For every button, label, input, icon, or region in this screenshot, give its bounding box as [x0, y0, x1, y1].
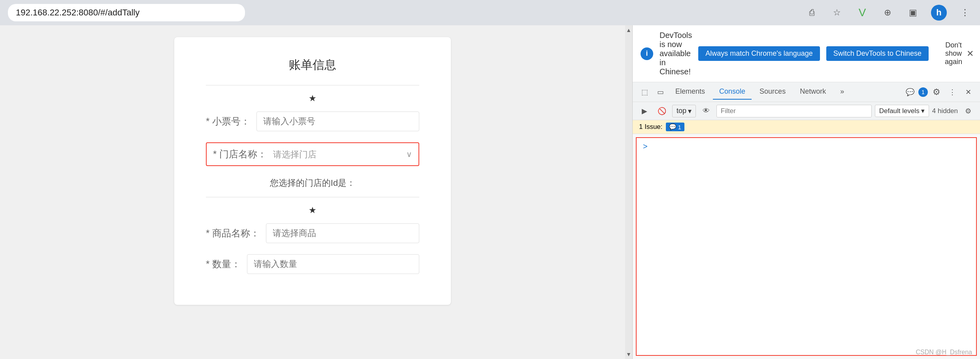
context-selector[interactable]: top ▾	[672, 105, 696, 117]
menu-icon[interactable]: ⋮	[958, 6, 972, 20]
clear-console-button[interactable]: 🚫	[655, 104, 669, 118]
tab-more[interactable]: »	[834, 84, 850, 100]
receipt-input[interactable]	[256, 111, 419, 131]
devtools-tabs-toolbar: ⬚ ▭ Elements Console Sources Network » 💬…	[633, 82, 980, 102]
quantity-row: * 数量：	[206, 254, 419, 274]
default-levels-arrow: ▾	[921, 107, 925, 115]
url-display[interactable]: 192.168.22.252:8080/#/addTally	[8, 4, 245, 21]
store-id-display: 您选择的门店的Id是：	[206, 177, 419, 189]
store-row: * 门店名称： 请选择门店 ∨	[206, 142, 419, 166]
notification-text: DevTools is now available in Chinese!	[660, 31, 692, 76]
devtools-notification: i DevTools is now available in Chinese! …	[633, 25, 980, 82]
product-row: * 商品名称：	[206, 223, 419, 243]
receipt-row: * 小票号：	[206, 111, 419, 131]
form-card: 账单信息 ★ * 小票号： * 门店名称： 请选择门店 ∨	[174, 37, 451, 305]
product-input[interactable]	[266, 223, 419, 243]
share-icon[interactable]: ⎙	[805, 6, 819, 20]
tab-sources[interactable]: Sources	[753, 84, 792, 100]
quantity-label: * 数量：	[206, 258, 241, 270]
match-language-button[interactable]: Always match Chrome's language	[698, 46, 820, 61]
issue-badge-toolbar: 1	[918, 87, 928, 97]
divider-middle	[206, 197, 419, 197]
star-icon-bottom: ★	[309, 205, 317, 215]
devtools-settings-button[interactable]: ⚙	[929, 85, 944, 99]
attribution-text: CSDN @H_Dsfrena	[916, 349, 972, 356]
console-settings-button[interactable]: ⚙	[961, 104, 975, 118]
extensions-icon[interactable]: ⊕	[880, 6, 895, 20]
divider-top	[206, 85, 419, 85]
chrome-icon: V	[855, 6, 869, 20]
address-bar: 192.168.22.252:8080/#/addTally ⎙ ☆ V ⊕ ▣…	[0, 0, 980, 25]
devtools-panel: i DevTools is now available in Chinese! …	[632, 25, 980, 359]
console-prompt: >	[637, 138, 976, 155]
split-screen-icon[interactable]: ▣	[906, 6, 920, 20]
default-levels-label: Default levels	[879, 107, 920, 115]
issue-count-badge: 💬 1	[666, 123, 684, 131]
hidden-count: 4 hidden	[932, 107, 958, 115]
devtools-more-options-button[interactable]: ⋮	[945, 85, 959, 99]
tab-network[interactable]: Network	[793, 84, 832, 100]
inspect-element-button[interactable]: ⬚	[637, 85, 652, 99]
switch-devtools-button[interactable]: Switch DevTools to Chinese	[826, 46, 929, 61]
tab-console[interactable]: Console	[713, 84, 752, 100]
context-label: top	[677, 107, 686, 115]
issue-bar: 1 Issue: 💬 1	[633, 120, 980, 134]
page-scrollbar[interactable]: ▲ ▼	[625, 25, 632, 359]
console-filter-input[interactable]	[716, 105, 872, 117]
devtools-close-button[interactable]: ✕	[961, 85, 975, 99]
profile-avatar[interactable]: h	[931, 5, 947, 21]
star-divider-top: ★	[206, 93, 419, 104]
store-select[interactable]: 请选择门店	[273, 146, 406, 162]
console-content-area[interactable]: >	[636, 137, 977, 356]
quantity-input[interactable]	[247, 254, 419, 274]
device-toolbar-button[interactable]: ▭	[653, 85, 667, 99]
tab-elements[interactable]: Elements	[669, 84, 711, 100]
info-icon: i	[641, 47, 653, 60]
scroll-up-arrow[interactable]: ▲	[626, 27, 631, 33]
store-label: * 门店名称：	[213, 148, 267, 161]
bookmark-icon[interactable]: ☆	[830, 6, 844, 20]
issue-text: 1 Issue:	[639, 123, 663, 131]
sidebar-toggle-button[interactable]: ▶	[637, 104, 652, 118]
product-label: * 商品名称：	[206, 227, 260, 240]
notification-close-button[interactable]: ✕	[967, 49, 974, 59]
context-dropdown-icon: ▾	[688, 107, 692, 115]
console-toolbar: ▶ 🚫 top ▾ 👁 Default levels ▾ 4 hidden ⚙	[633, 102, 980, 120]
star-icon-top: ★	[309, 93, 317, 104]
scroll-down-arrow[interactable]: ▼	[626, 351, 631, 357]
select-arrow-icon: ∨	[406, 149, 412, 159]
default-levels-dropdown[interactable]: Default levels ▾	[875, 105, 929, 117]
eye-icon[interactable]: 👁	[699, 104, 713, 118]
form-title: 账单信息	[206, 57, 419, 73]
star-divider-bottom: ★	[206, 205, 419, 215]
page-content: 账单信息 ★ * 小票号： * 门店名称： 请选择门店 ∨	[0, 25, 625, 359]
receipt-label: * 小票号：	[206, 115, 250, 128]
